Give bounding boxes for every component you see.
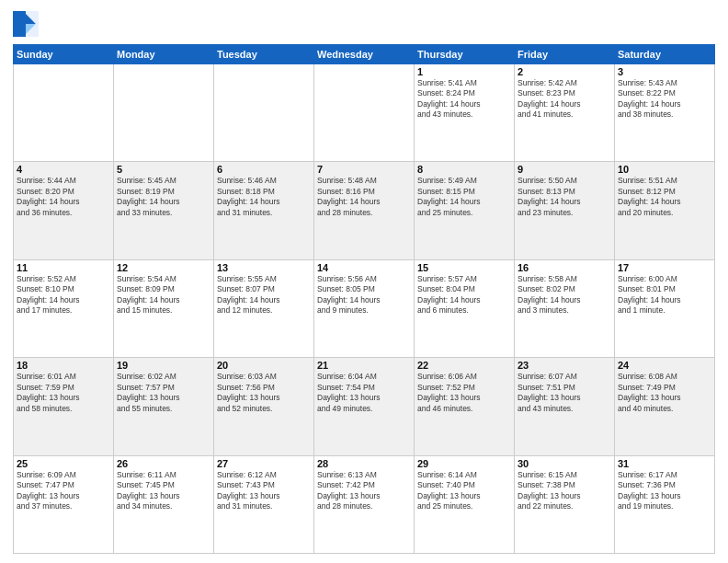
day-info: Sunrise: 6:08 AM Sunset: 7:49 PM Dayligh… <box>618 372 711 414</box>
day-cell: 25Sunrise: 6:09 AM Sunset: 7:47 PM Dayli… <box>14 455 114 553</box>
day-cell: 28Sunrise: 6:13 AM Sunset: 7:42 PM Dayli… <box>314 455 415 553</box>
day-info: Sunrise: 6:15 AM Sunset: 7:38 PM Dayligh… <box>518 470 611 512</box>
day-number: 25 <box>17 458 110 469</box>
header <box>13 11 715 37</box>
day-cell: 31Sunrise: 6:17 AM Sunset: 7:36 PM Dayli… <box>615 455 715 553</box>
header-sunday: Sunday <box>14 45 114 64</box>
day-number: 23 <box>518 360 611 371</box>
day-number: 24 <box>618 360 711 371</box>
calendar-table: Sunday Monday Tuesday Wednesday Thursday… <box>13 44 715 554</box>
day-info: Sunrise: 6:03 AM Sunset: 7:56 PM Dayligh… <box>217 372 311 414</box>
day-number: 1 <box>417 66 511 77</box>
day-number: 17 <box>618 262 711 273</box>
logo <box>13 11 42 37</box>
day-info: Sunrise: 6:01 AM Sunset: 7:59 PM Dayligh… <box>17 372 110 414</box>
day-number: 4 <box>17 164 110 175</box>
day-cell: 10Sunrise: 5:51 AM Sunset: 8:12 PM Dayli… <box>615 162 715 259</box>
day-info: Sunrise: 6:14 AM Sunset: 7:40 PM Dayligh… <box>417 470 511 512</box>
day-cell <box>14 64 114 162</box>
day-cell: 3Sunrise: 5:43 AM Sunset: 8:22 PM Daylig… <box>615 64 715 162</box>
day-number: 2 <box>518 66 611 77</box>
day-info: Sunrise: 6:04 AM Sunset: 7:54 PM Dayligh… <box>317 372 411 414</box>
day-cell: 21Sunrise: 6:04 AM Sunset: 7:54 PM Dayli… <box>314 358 415 455</box>
day-info: Sunrise: 5:52 AM Sunset: 8:10 PM Dayligh… <box>17 274 110 316</box>
day-number: 7 <box>317 164 411 175</box>
header-wednesday: Wednesday <box>314 45 415 64</box>
day-info: Sunrise: 5:54 AM Sunset: 8:09 PM Dayligh… <box>117 274 210 316</box>
day-number: 28 <box>317 458 411 469</box>
header-saturday: Saturday <box>615 45 715 64</box>
day-number: 20 <box>217 360 311 371</box>
day-number: 14 <box>317 262 411 273</box>
day-info: Sunrise: 5:48 AM Sunset: 8:16 PM Dayligh… <box>317 176 411 218</box>
day-cell: 5Sunrise: 5:45 AM Sunset: 8:19 PM Daylig… <box>114 162 214 259</box>
day-info: Sunrise: 5:43 AM Sunset: 8:22 PM Dayligh… <box>618 78 711 121</box>
header-thursday: Thursday <box>415 45 515 64</box>
day-info: Sunrise: 5:58 AM Sunset: 8:02 PM Dayligh… <box>518 274 611 316</box>
day-info: Sunrise: 5:57 AM Sunset: 8:04 PM Dayligh… <box>417 274 511 316</box>
day-cell: 27Sunrise: 6:12 AM Sunset: 7:43 PM Dayli… <box>214 455 314 553</box>
header-friday: Friday <box>515 45 615 64</box>
day-cell: 13Sunrise: 5:55 AM Sunset: 8:07 PM Dayli… <box>214 259 314 357</box>
day-info: Sunrise: 5:41 AM Sunset: 8:24 PM Dayligh… <box>417 78 511 121</box>
day-cell: 15Sunrise: 5:57 AM Sunset: 8:04 PM Dayli… <box>415 259 515 357</box>
header-tuesday: Tuesday <box>214 45 314 64</box>
logo-icon <box>13 11 39 37</box>
day-number: 13 <box>217 262 311 273</box>
day-cell: 20Sunrise: 6:03 AM Sunset: 7:56 PM Dayli… <box>214 358 314 455</box>
day-number: 30 <box>518 458 611 469</box>
day-cell: 16Sunrise: 5:58 AM Sunset: 8:02 PM Dayli… <box>515 259 615 357</box>
day-number: 10 <box>618 164 711 175</box>
day-info: Sunrise: 5:51 AM Sunset: 8:12 PM Dayligh… <box>618 176 711 218</box>
day-info: Sunrise: 5:46 AM Sunset: 8:18 PM Dayligh… <box>217 176 311 218</box>
week-row-3: 18Sunrise: 6:01 AM Sunset: 7:59 PM Dayli… <box>14 358 715 455</box>
day-cell: 17Sunrise: 6:00 AM Sunset: 8:01 PM Dayli… <box>615 259 715 357</box>
day-number: 18 <box>17 360 110 371</box>
day-number: 22 <box>417 360 511 371</box>
day-cell: 9Sunrise: 5:50 AM Sunset: 8:13 PM Daylig… <box>515 162 615 259</box>
day-info: Sunrise: 5:44 AM Sunset: 8:20 PM Dayligh… <box>17 176 110 218</box>
day-cell: 26Sunrise: 6:11 AM Sunset: 7:45 PM Dayli… <box>114 455 214 553</box>
svg-rect-0 <box>13 11 26 37</box>
day-info: Sunrise: 6:13 AM Sunset: 7:42 PM Dayligh… <box>317 470 411 512</box>
day-cell: 11Sunrise: 5:52 AM Sunset: 8:10 PM Dayli… <box>14 259 114 357</box>
day-number: 15 <box>417 262 511 273</box>
day-cell: 14Sunrise: 5:56 AM Sunset: 8:05 PM Dayli… <box>314 259 415 357</box>
day-number: 27 <box>217 458 311 469</box>
day-number: 5 <box>117 164 210 175</box>
day-info: Sunrise: 5:49 AM Sunset: 8:15 PM Dayligh… <box>417 176 511 218</box>
week-row-1: 4Sunrise: 5:44 AM Sunset: 8:20 PM Daylig… <box>14 162 715 259</box>
header-monday: Monday <box>114 45 214 64</box>
day-number: 31 <box>618 458 711 469</box>
day-info: Sunrise: 6:11 AM Sunset: 7:45 PM Dayligh… <box>117 470 210 512</box>
day-cell: 4Sunrise: 5:44 AM Sunset: 8:20 PM Daylig… <box>14 162 114 259</box>
day-info: Sunrise: 6:12 AM Sunset: 7:43 PM Dayligh… <box>217 470 311 512</box>
day-cell: 18Sunrise: 6:01 AM Sunset: 7:59 PM Dayli… <box>14 358 114 455</box>
day-number: 26 <box>117 458 210 469</box>
day-info: Sunrise: 6:09 AM Sunset: 7:47 PM Dayligh… <box>17 470 110 512</box>
day-cell: 22Sunrise: 6:06 AM Sunset: 7:52 PM Dayli… <box>415 358 515 455</box>
day-info: Sunrise: 5:45 AM Sunset: 8:19 PM Dayligh… <box>117 176 210 218</box>
day-number: 16 <box>518 262 611 273</box>
day-cell: 8Sunrise: 5:49 AM Sunset: 8:15 PM Daylig… <box>415 162 515 259</box>
page: Sunday Monday Tuesday Wednesday Thursday… <box>0 0 728 563</box>
day-info: Sunrise: 5:56 AM Sunset: 8:05 PM Dayligh… <box>317 274 411 316</box>
day-cell: 19Sunrise: 6:02 AM Sunset: 7:57 PM Dayli… <box>114 358 214 455</box>
day-info: Sunrise: 5:50 AM Sunset: 8:13 PM Dayligh… <box>518 176 611 218</box>
day-cell <box>214 64 314 162</box>
week-row-2: 11Sunrise: 5:52 AM Sunset: 8:10 PM Dayli… <box>14 259 715 357</box>
day-number: 12 <box>117 262 210 273</box>
day-cell: 2Sunrise: 5:42 AM Sunset: 8:23 PM Daylig… <box>515 64 615 162</box>
day-info: Sunrise: 5:55 AM Sunset: 8:07 PM Dayligh… <box>217 274 311 316</box>
week-row-0: 1Sunrise: 5:41 AM Sunset: 8:24 PM Daylig… <box>14 64 715 162</box>
day-info: Sunrise: 6:00 AM Sunset: 8:01 PM Dayligh… <box>618 274 711 316</box>
day-number: 6 <box>217 164 311 175</box>
day-cell <box>114 64 214 162</box>
day-info: Sunrise: 6:06 AM Sunset: 7:52 PM Dayligh… <box>417 372 511 414</box>
day-cell <box>314 64 415 162</box>
day-cell: 1Sunrise: 5:41 AM Sunset: 8:24 PM Daylig… <box>415 64 515 162</box>
day-cell: 7Sunrise: 5:48 AM Sunset: 8:16 PM Daylig… <box>314 162 415 259</box>
day-info: Sunrise: 6:07 AM Sunset: 7:51 PM Dayligh… <box>518 372 611 414</box>
day-number: 29 <box>417 458 511 469</box>
weekday-header-row: Sunday Monday Tuesday Wednesday Thursday… <box>14 45 715 64</box>
